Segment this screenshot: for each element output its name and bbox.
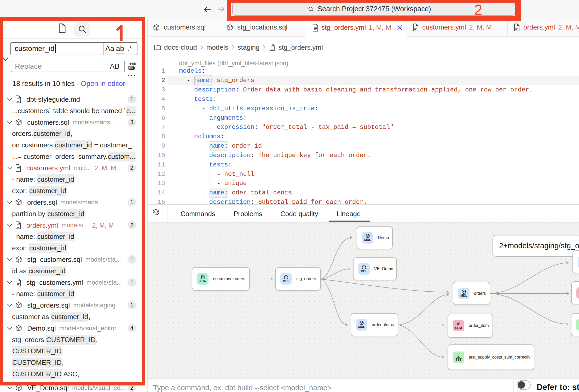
svg-text:ab: ab bbox=[132, 62, 136, 66]
svg-text:ac: ac bbox=[129, 66, 133, 70]
